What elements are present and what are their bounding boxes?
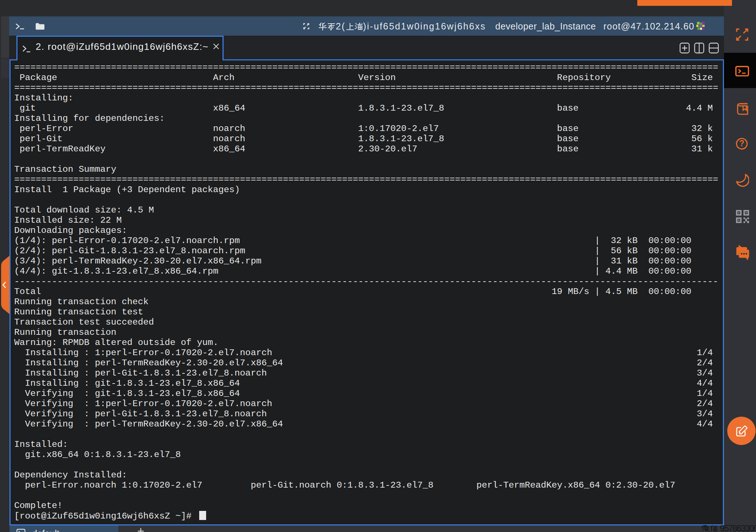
svg-text:?: ? xyxy=(739,139,744,148)
